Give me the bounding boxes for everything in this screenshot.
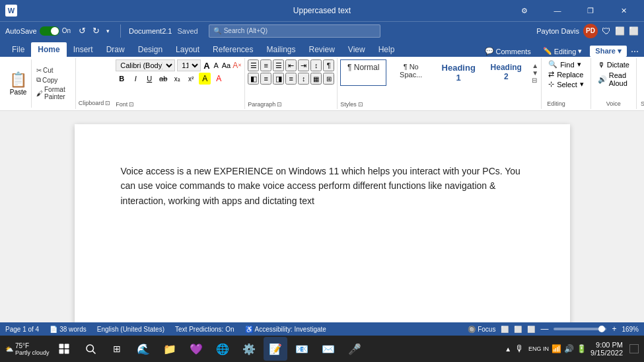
start-button[interactable] [52,337,76,361]
format-painter-button[interactable]: 🖌 Format Painter [34,85,70,101]
tab-insert[interactable]: Insert [67,42,100,57]
settings-button[interactable]: ⚙ [509,0,540,21]
editing-mode-button[interactable]: ✏️ Editing ▾ [539,46,587,57]
user-avatar[interactable]: PD [583,24,598,38]
taskbar-up-arrow[interactable]: ▲ [505,345,511,353]
highlight-button[interactable]: A [199,73,211,85]
para-expand-icon[interactable]: ⊡ [277,101,282,108]
font-expand-icon[interactable]: ⊡ [129,101,134,108]
settings-taskbar-button[interactable]: ⚙️ [237,337,261,361]
paste-button[interactable]: 📋 Paste [5,59,32,108]
minimize-button[interactable]: — [542,0,573,21]
border-button[interactable]: ⊞ [323,73,334,85]
tab-view[interactable]: View [341,42,372,57]
tab-file[interactable]: File [5,42,31,57]
accessibility-status[interactable]: ♿ Accessibility: Investigate [245,326,326,333]
notification-button[interactable] [629,344,639,353]
teams-button[interactable]: 💜 [184,337,208,361]
browser-button[interactable]: 🌐 [211,337,234,361]
replace-button[interactable]: ⇄ Replace [547,69,585,79]
undo-button[interactable]: ↺ [76,24,89,37]
underline-button[interactable]: U [143,73,155,85]
edge-button[interactable]: 🌊 [131,337,155,361]
tab-layout[interactable]: Layout [169,42,206,57]
multilevel-list-button[interactable]: ☰ [273,59,284,71]
mail-button[interactable]: ✉️ [316,337,340,361]
undo-arrow[interactable]: ▾ [104,26,112,36]
number-list-button[interactable]: ≡ [260,59,271,71]
style-heading1-button[interactable]: Heading 1 [435,59,482,86]
clipboard-expand-icon[interactable]: ⊡ [105,100,110,106]
style-heading2-button[interactable]: Heading 2 [483,59,529,86]
bold-button[interactable]: B [116,73,127,85]
line-spacing-button[interactable]: ↕ [298,73,309,85]
styles-scroll-down[interactable]: ▼ [532,69,538,77]
weather-widget[interactable]: ⛅ 75°F Partly cloudy [5,342,50,356]
word-taskbar-button[interactable]: 📝 [264,337,287,361]
select-button[interactable]: ⊹ Select ▾ [547,79,585,89]
font-color-button[interactable]: A [213,73,225,85]
font-family-selector[interactable]: Calibri (Body) [116,59,175,71]
task-view-button[interactable]: ⊞ [105,337,129,361]
share-button[interactable]: Share ▾ [590,46,627,57]
autosave-switch[interactable] [40,26,59,36]
font-shrink-button[interactable]: A [212,59,219,71]
explorer-button[interactable]: 📁 [158,337,182,361]
sort-button[interactable]: ↕ [310,59,322,71]
styles-scroll-up[interactable]: ▲ [532,62,538,69]
redo-button[interactable]: ↻ [90,24,102,37]
zoom-minus[interactable]: — [540,324,548,334]
font-grow-button[interactable]: A [203,59,210,71]
tab-help[interactable]: Help [372,42,402,57]
clock[interactable]: 9:00 PM 9/15/2022 [590,341,623,357]
word-count-text[interactable]: 38 words [59,326,87,333]
language-selector[interactable]: English (United States) [97,326,164,333]
tab-review[interactable]: Review [303,42,341,57]
page-info[interactable]: Page 1 of 4 [5,326,39,333]
clear-format-button[interactable]: A✕ [233,59,242,71]
view-mode-web[interactable]: ⬜ [527,326,535,333]
view-mode-single[interactable]: ⬜ [501,326,509,333]
styles-expand[interactable]: ⊟ [532,77,538,84]
align-left-button[interactable]: ◧ [248,73,259,85]
style-no-space-button[interactable]: ¶ No Spac... [388,59,434,86]
tab-design[interactable]: Design [131,42,169,57]
view-mode-double[interactable]: ⬜ [514,326,522,333]
font-size-selector[interactable]: 11 [177,59,201,71]
zoom-plus[interactable]: + [612,324,616,334]
outlook-button[interactable]: 📧 [290,337,314,361]
font-case-button[interactable]: Aa [222,59,231,71]
find-button[interactable]: 🔍 Find ▾ [547,59,585,69]
align-right-button[interactable]: ◨ [273,73,284,85]
zoom-level[interactable]: 169% [622,326,639,333]
cut-button[interactable]: ✂ Cut [34,66,70,75]
style-normal-button[interactable]: ¶ Normal [340,59,386,86]
comments-button[interactable]: 💬 Comments [481,46,535,57]
copy-button[interactable]: ⧉ Copy [34,75,70,85]
increase-indent-button[interactable]: ⇥ [298,59,309,71]
shading-button[interactable]: ▦ [310,73,322,85]
superscript-button[interactable]: x² [185,73,197,85]
tab-references[interactable]: References [206,42,260,57]
bullet-list-button[interactable]: ☰ [248,59,259,71]
decrease-indent-button[interactable]: ⇤ [285,59,297,71]
align-center-button[interactable]: ≡ [260,73,271,85]
justify-button[interactable]: ≡ [285,73,297,85]
subscript-button[interactable]: x₂ [171,73,183,85]
read-aloud-button[interactable]: 🔊 Read Aloud [595,70,632,89]
focus-button[interactable]: 🔘 Focus [468,326,495,333]
tab-home[interactable]: Home [31,42,66,57]
autosave-toggle[interactable]: AutoSave On [5,26,71,36]
styles-expand-icon[interactable]: ⊡ [358,101,363,108]
search-bar[interactable]: 🔍 Search (Alt+Q) [209,24,380,38]
close-button[interactable]: ✕ [608,0,639,21]
italic-button[interactable]: I [129,73,141,85]
maximize-button[interactable]: ❐ [575,0,606,21]
search-taskbar-button[interactable] [79,337,102,361]
tab-draw[interactable]: Draw [100,42,131,57]
text-predictions[interactable]: Text Predictions: On [175,326,234,333]
zoom-slider[interactable] [554,328,606,330]
document-text[interactable]: Voice access is a new EXPERIENCE on Wind… [121,164,524,208]
show-paragraph-button[interactable]: ¶ [323,59,334,71]
strikethrough-button[interactable]: ab [157,73,169,85]
